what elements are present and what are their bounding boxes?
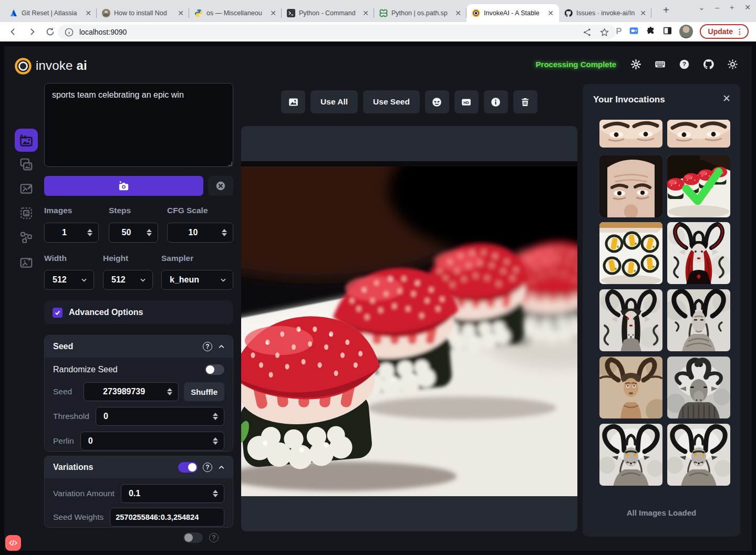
gallery-thumbnail[interactable] [667, 357, 730, 418]
address-bar[interactable]: localhost:9090 [58, 25, 616, 39]
cfg-scale-input[interactable]: 10 [167, 223, 233, 243]
shuffle-seed-button[interactable]: Shuffle [184, 382, 224, 401]
browser-tab[interactable]: InvokeAI - A Stable ✕ [467, 4, 559, 22]
chevron-up-icon[interactable] [218, 343, 225, 351]
browser-menu-icon[interactable]: ⋮ [736, 27, 743, 36]
variations-panel-header[interactable]: Variations ? [45, 456, 233, 478]
window-maximize-icon[interactable]: + [730, 3, 734, 12]
new-tab-button[interactable]: + [663, 4, 669, 16]
github-icon[interactable] [703, 59, 714, 70]
seed-help-icon[interactable]: ? [203, 342, 212, 351]
stub-toggle[interactable] [183, 532, 203, 543]
dev-console-button[interactable] [5, 535, 21, 551]
tab-text-to-image[interactable]: Aa [15, 129, 38, 152]
theme-icon[interactable] [727, 59, 738, 70]
gallery-thumbnail[interactable] [599, 424, 662, 486]
gallery-thumbnail[interactable] [667, 155, 730, 217]
tab-close-icon[interactable]: ✕ [454, 9, 462, 17]
tab-close-icon[interactable]: ✕ [639, 9, 647, 17]
upscale-button[interactable]: HD [454, 90, 479, 113]
browser-tab[interactable]: How to install Nod ✕ [97, 4, 189, 22]
window-close-icon[interactable]: ✕ [744, 3, 751, 12]
settings-gear-icon[interactable] [630, 59, 641, 70]
variation-amount-label: Variation Amount [53, 489, 115, 498]
back-icon[interactable] [8, 27, 18, 37]
tab-close-icon[interactable]: ✕ [269, 9, 277, 17]
threshold-input[interactable]: 0 [96, 407, 224, 426]
generated-image[interactable] [241, 161, 577, 496]
fix-faces-button[interactable] [425, 90, 449, 113]
advanced-options-row[interactable]: Advanced Options [44, 300, 233, 324]
stub-help-icon[interactable]: ? [209, 533, 219, 542]
gallery-thumbnail[interactable] [667, 424, 730, 486]
status-badge: Processing Complete [536, 60, 616, 69]
variation-amount-input[interactable]: 0.1 [121, 484, 224, 503]
browser-tab[interactable]: Python | os.path.sp ✕ [374, 4, 467, 22]
variations-help-icon[interactable]: ? [203, 463, 212, 472]
extension-p-icon[interactable]: P [616, 26, 622, 37]
tab-postprocessing[interactable] [19, 255, 34, 270]
txt2img-icon: Aa [19, 133, 34, 148]
gallery-thumbnail[interactable] [667, 289, 730, 351]
sampler-select[interactable]: k_heun [161, 270, 233, 290]
tab-outpainting[interactable] [19, 206, 34, 221]
image-details-button[interactable] [484, 90, 508, 113]
reload-icon[interactable] [45, 27, 55, 37]
browser-tab[interactable]: Python - Command ✕ [282, 4, 374, 22]
advanced-options-checkbox[interactable] [53, 308, 63, 318]
browser-tab[interactable]: Git Reset | Atlassia ✕ [4, 4, 97, 22]
seed-weights-input[interactable]: 2570255846:0.3,254824 [110, 508, 224, 527]
gallery-thumbnail[interactable] [667, 222, 730, 284]
param-label: Height [103, 254, 128, 263]
steps-input[interactable]: 50 [109, 223, 158, 243]
forward-icon[interactable] [27, 27, 37, 37]
window-minimize-icon[interactable]: – [715, 3, 719, 12]
hotkeys-keyboard-icon[interactable] [655, 59, 666, 70]
video-extension-icon[interactable] [629, 26, 639, 38]
use-seed-button[interactable]: Use Seed [363, 90, 420, 113]
chevron-up-icon[interactable] [218, 464, 225, 472]
extensions-puzzle-icon[interactable] [646, 26, 656, 38]
seed-input[interactable]: 273989739 [84, 382, 179, 401]
perlin-input[interactable]: 0 [80, 432, 224, 451]
browser-tab[interactable]: Issues · invoke-ai/In ✕ [559, 4, 651, 22]
profile-avatar[interactable] [679, 25, 693, 38]
gallery-thumbnail[interactable] [599, 222, 662, 284]
send-to-image-to-image-button[interactable] [281, 90, 305, 113]
variations-toggle[interactable] [178, 462, 198, 473]
seed-panel-header[interactable]: Seed ? [45, 336, 233, 358]
gallery-close-icon[interactable]: ✕ [722, 92, 731, 104]
window-menu-icon[interactable]: ⌄ [699, 3, 705, 12]
threshold-label: Threshold [53, 412, 89, 421]
tab-nodes[interactable] [19, 230, 34, 245]
site-info-icon[interactable] [64, 27, 74, 37]
delete-image-button[interactable] [513, 90, 537, 113]
invoke-button[interactable] [44, 176, 203, 196]
width-select[interactable]: 512 [44, 270, 94, 290]
browser-tab[interactable]: os — Miscellaneou ✕ [189, 4, 282, 22]
gallery-thumbnail[interactable] [599, 155, 662, 217]
tab-close-icon[interactable]: ✕ [84, 9, 92, 17]
gallery-thumbnail[interactable] [599, 289, 662, 351]
tab-inpainting[interactable] [19, 181, 34, 196]
share-icon[interactable] [582, 27, 592, 37]
update-button[interactable]: Update⋮ [700, 24, 749, 39]
tab-close-icon[interactable]: ✕ [177, 9, 185, 17]
use-all-button[interactable]: Use All [310, 90, 358, 113]
tab-image-to-image[interactable] [19, 157, 34, 172]
gallery-thumbnail[interactable] [667, 120, 730, 148]
height-select[interactable]: 512 [103, 270, 153, 290]
tab-close-icon[interactable]: ✕ [546, 9, 555, 17]
gallery-thumbnail[interactable] [599, 357, 662, 418]
images-input[interactable]: 1 [44, 223, 99, 243]
brand-title: invoke ai [36, 58, 87, 73]
prompt-input[interactable] [44, 83, 233, 167]
bookmark-star-icon[interactable] [599, 27, 609, 37]
gallery-thumbnail[interactable] [599, 120, 662, 148]
url-text[interactable]: localhost:9090 [79, 28, 575, 36]
sidebar-toggle-icon[interactable] [662, 26, 672, 38]
cancel-button[interactable] [208, 176, 233, 196]
help-icon[interactable]: ? [679, 59, 690, 70]
randomize-seed-toggle[interactable] [205, 364, 224, 375]
tab-close-icon[interactable]: ✕ [361, 9, 370, 17]
